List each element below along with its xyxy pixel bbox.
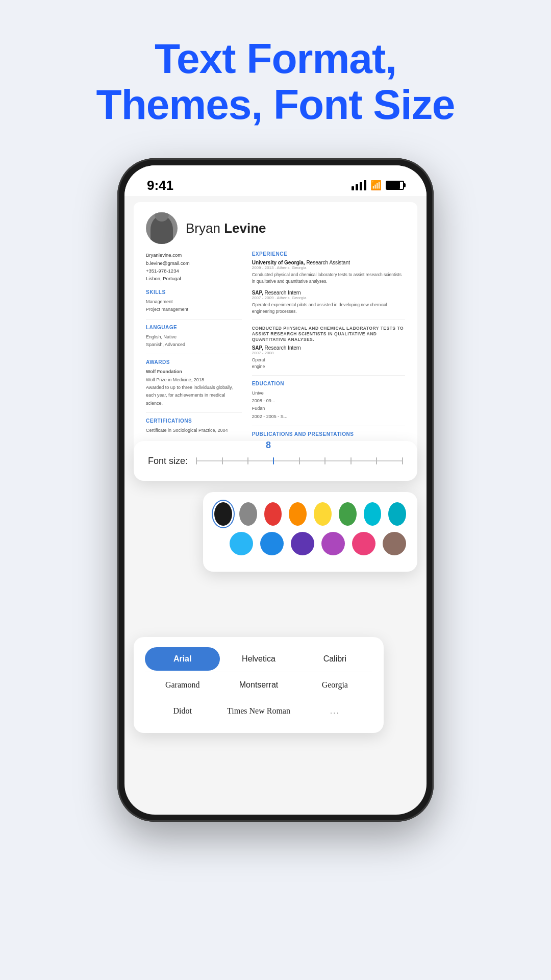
avatar [146,212,178,244]
pub-title: PUBLICATIONS AND PRESENTATIONS [252,431,405,437]
language-title: LANGUAGE [146,325,242,330]
battery-icon [386,181,404,190]
font-row-2: Garamond Montserrat Georgia [145,673,372,697]
status-bar: 9:41 📶 [124,165,427,196]
font-montserrat[interactable]: Montserrat [221,673,296,697]
font-size-panel: Font size: 8 [134,441,417,481]
phone-frame: 9:41 📶 Bryan Le [117,158,434,822]
contact-info: Bryanlevine.com b.levine@gmail.com +351-… [146,251,242,282]
color-swatch-violet[interactable] [321,532,345,555]
font-size-label: Font size: [148,456,188,467]
color-swatch-gray[interactable] [239,502,257,526]
resume-header: Bryan Levine [146,212,405,244]
font-georgia[interactable]: Georgia [297,673,372,697]
color-swatch-red[interactable] [264,502,282,526]
font-calibri[interactable]: Calibri [297,647,372,671]
awards-content: Wolf Foundation Wolf Prize in Medicine, … [146,368,242,407]
color-panel [203,492,417,572]
color-swatch-lightblue[interactable] [230,532,253,555]
exp-item-1: University of Georgia, Research Assistan… [252,260,405,285]
slider-track [196,460,403,461]
slider-ticks [196,457,403,464]
title-line1: Text Format, [155,35,396,82]
color-swatch-purple[interactable] [291,532,314,555]
color-swatch-pink[interactable] [352,532,375,555]
exp-item-3: SAP, Research Intern 2007 - 2008 Operate… [252,345,405,370]
font-size-row: Font size: 8 [148,453,403,469]
color-swatch-yellow[interactable] [314,502,332,526]
font-arial[interactable]: Arial [145,647,220,671]
title-line2: Themes, Font Size [96,81,455,128]
skills-title: SKILLS [146,289,242,295]
exp-item-2: SAP, Research Intern 2007 - 2009 . Athen… [252,290,405,315]
font-picker-panel: Arial Helvetica Calibri Garamond Montser… [134,637,384,733]
certs-content: Certificate in Sociological Practice, 20… [146,427,242,434]
exp-continued: Conducted physical and chemical laborato… [252,325,405,342]
font-size-slider[interactable]: 8 [196,453,403,469]
signal-icon [352,180,366,190]
font-row-3: Didot Times New Roman ... [145,699,372,723]
color-swatch-brown[interactable] [383,532,406,555]
color-swatch-blue[interactable] [260,532,284,555]
wifi-icon: 📶 [370,180,382,191]
color-row-1 [214,502,406,526]
edu-title: EDUCATION [252,381,405,386]
font-size-value: 8 [266,440,271,451]
edu-content: Unive2008 - 09... Fudan2002 - 2005 - S..… [252,389,405,421]
resume-card: Bryan Levine Bryanlevine.com b.levine@gm… [134,202,417,458]
font-more[interactable]: ... [297,699,372,723]
status-icons: 📶 [352,180,404,191]
exp-title: EXPERIENCE [252,251,405,257]
color-row-2 [214,532,406,555]
font-garamond[interactable]: Garamond [145,673,220,697]
font-didot[interactable]: Didot [145,699,220,723]
font-helvetica[interactable]: Helvetica [221,647,296,671]
resume-body: Bryanlevine.com b.levine@gmail.com +351-… [146,251,405,448]
color-swatch-black[interactable] [214,502,232,526]
color-swatch-green[interactable] [339,502,357,526]
color-swatch-cyan[interactable] [388,502,406,526]
color-swatch-teal[interactable] [364,502,382,526]
resume-name: Bryan Levine [186,220,266,236]
phone-screen: 9:41 📶 Bryan Le [124,165,427,815]
page-title: Text Format, Themes, Font Size [96,36,455,128]
awards-title: AWARDS [146,359,242,365]
resume-left-col: Bryanlevine.com b.levine@gmail.com +351-… [146,251,242,448]
font-times-new-roman[interactable]: Times New Roman [221,699,296,723]
language-list: English, Native Spanish, Advanced [146,333,242,349]
resume-right-col: EXPERIENCE University of Georgia, Resear… [252,251,405,448]
color-swatch-orange[interactable] [289,502,307,526]
skills-list: Management Project management [146,298,242,314]
font-row-1: Arial Helvetica Calibri [145,647,372,671]
certs-title: CERTIFICATIONS [146,418,242,424]
status-time: 9:41 [147,178,173,193]
